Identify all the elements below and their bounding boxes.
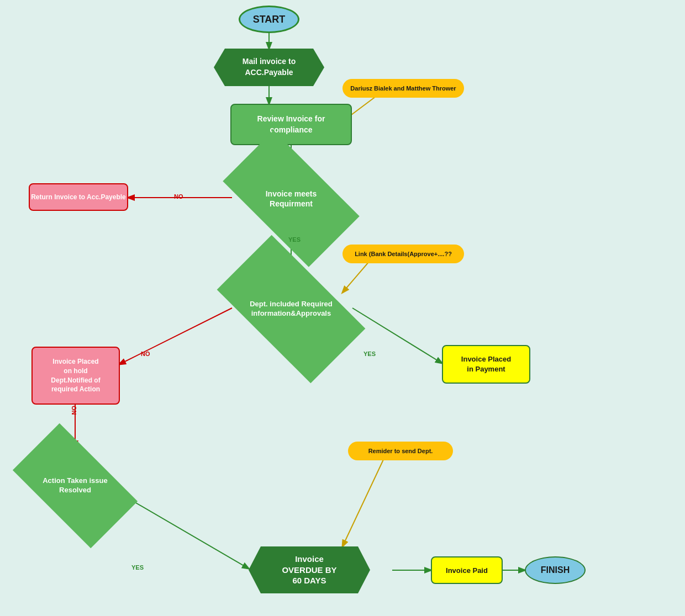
svg-line-5 <box>119 308 232 364</box>
no-label-3: NO <box>71 406 77 415</box>
link-bank-label: Link (Bank Details(Approve+....?? <box>355 251 452 257</box>
invoice-paid-label: Invoice Paid <box>446 566 488 575</box>
invoice-paid-node: Invoice Paid <box>431 556 503 584</box>
dariusz-annotation: Dariusz Bialek and Matthew Thrower <box>342 79 464 98</box>
invoice-overdue-node: Invoice OVERDUE BY 60 DAYS <box>249 546 370 593</box>
reminder-annotation: Remider to send Dept. <box>348 442 453 460</box>
review-invoice-node: Review Invoice for compliance <box>230 104 352 145</box>
dept-included-label: Dept. included Required information&Appr… <box>250 300 333 318</box>
yes-label-1: YES <box>288 236 301 243</box>
review-invoice-label: Review Invoice for compliance <box>257 114 325 135</box>
action-taken-label: Action Taken issue Resolved <box>43 476 108 495</box>
dept-included-node: Dept. included Required information&Appr… <box>225 270 357 348</box>
finish-label: FINISH <box>541 565 570 575</box>
dariusz-label: Dariusz Bialek and Matthew Thrower <box>350 85 456 92</box>
yes-label-2: YES <box>363 351 376 357</box>
invoice-placed-hold-node: Invoice Placed on hold Dept.Notified of … <box>31 347 120 405</box>
invoice-meets-label: Invoice meets Requirment <box>266 189 317 209</box>
invoice-placed-hold-label: Invoice Placed on hold Dept.Notified of … <box>51 357 100 394</box>
return-invoice-node: Return Invoice to Acc.Payeble <box>29 183 128 211</box>
invoice-overdue-label: Invoice OVERDUE BY 60 DAYS <box>282 554 336 586</box>
invoice-meets-node: Invoice meets Requirment <box>230 163 352 235</box>
mail-invoice-node: Mail invoice to ACC.Payable <box>214 49 324 86</box>
reminder-label: Remider to send Dept. <box>368 448 433 454</box>
mail-invoice-label: Mail invoice to ACC.Payable <box>243 56 296 78</box>
link-bank-annotation: Link (Bank Details(Approve+....?? <box>342 245 464 263</box>
invoice-placed-payment-node: Invoice Placed in Payment <box>442 345 530 384</box>
start-label: START <box>253 14 286 25</box>
finish-node: FINISH <box>525 556 586 584</box>
action-taken-node: Action Taken issue Resolved <box>20 453 130 519</box>
no-label-1: NO <box>174 193 183 200</box>
start-node: START <box>239 6 299 33</box>
yes-label-3: YES <box>131 564 144 571</box>
svg-line-13 <box>342 453 387 546</box>
return-invoice-label: Return Invoice to Acc.Payeble <box>31 193 126 201</box>
no-label-2: NO <box>141 351 150 357</box>
invoice-placed-payment-label: Invoice Placed in Payment <box>461 354 511 374</box>
